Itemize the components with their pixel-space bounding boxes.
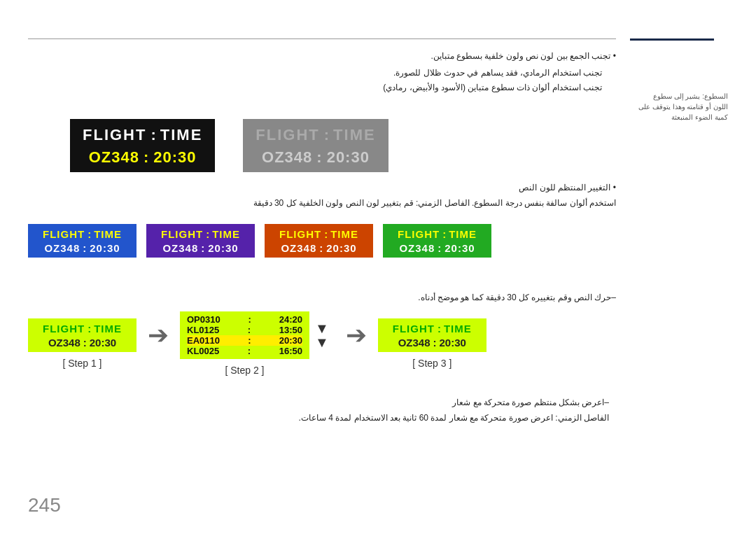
step2-row1: KL0125 : 13:50 [187,325,302,335]
vpanel-orange-t1: FLIGHT [279,228,321,240]
step1-label: [ Step 1 ] [62,358,102,369]
vpanel-green-dc: : [438,242,442,254]
step2-r1-time: 13:50 [279,325,302,335]
step1-dc: : [83,337,87,349]
vpanel-orange-dc: : [319,242,323,254]
step1-d2: 20:30 [90,337,116,349]
panel-gray-data-row: OZ348 : 20:30 [255,148,375,167]
double-arrow-icon: ▼ ▼ [309,321,335,366]
step2-r1-flight: KL0125 [187,325,219,335]
step3-data-row: OZ348 : 20:30 [388,337,477,349]
panel-black-title1: FLIGHT [83,126,146,144]
step3-t1: FLIGHT [393,323,435,335]
arabic-mid-bullet: • التغيير المنتظم للون النص [28,181,616,196]
vpanel-purple-d1: OZ348 [162,242,198,254]
step1-title-row: FLIGHT : TIME [38,323,127,335]
step1-data-row: OZ348 : 20:30 [38,337,127,349]
step1-colon: : [88,323,91,335]
vpanel-green-t2: TIME [449,228,477,240]
step2-label: [ Step 2 ] [225,365,264,376]
step2-r3-c: : [248,346,251,356]
panel-gray-title1: FLIGHT [255,126,319,144]
step2-r1-c: : [248,325,251,335]
step3-title-row: FLIGHT : TIME [388,323,477,335]
panel-gray-data-colon: : [316,148,322,167]
vpanel-purple-dc: : [201,242,205,254]
vpanel-orange-title: FLIGHT : TIME [273,228,365,240]
step2-row3: KL0025 : 16:50 [187,346,302,356]
step1-t2: TIME [94,323,122,335]
step1-panel: FLIGHT : TIME OZ348 : 20:30 [28,318,136,352]
step3-d1: OZ348 [398,337,430,349]
arabic-bottom-section: –اعرض بشكل منتظم صورة متحركة مع شعار الف… [28,395,616,426]
step2-block: OP0310 : 24:20 KL0125 : 13:50 EA0110 : 2… [180,311,309,376]
vpanel-green-d1: OZ348 [399,242,435,254]
vpanel-blue-d2: 20:30 [90,242,120,254]
vpanel-blue-title: FLIGHT : TIME [36,228,128,240]
arabic-mid-dash2: الفاصل الزمني: قم بتغيير لون النص ولون ا… [253,198,470,208]
top-divider [28,38,616,39]
arabic-mid-dash1: استخدم ألوان سالفة بنفس درجة السطوع. [472,198,616,208]
vpanel-blue-t1: FLIGHT [43,228,85,240]
step3-d2: 20:30 [440,337,466,349]
vpanel-green-d2: 20:30 [444,242,475,254]
panel-black-data-row: OZ348 : 20:30 [83,148,202,167]
step3-t2: TIME [444,323,472,335]
step2-r3-flight: KL0025 [187,346,219,356]
step2-r0-c: : [248,314,251,325]
panel-gray-data2: 20:30 [327,148,370,167]
step3-panel: FLIGHT : TIME OZ348 : 20:30 [378,318,486,352]
arabic-bottom-dash2: الفاصل الزمني: اعرض صورة متحركة مع شعار … [28,411,616,426]
step1-block: FLIGHT : TIME OZ348 : 20:30 [ Step 1 ] [28,318,136,369]
step2-row0: OP0310 : 24:20 [187,314,302,325]
step2-r3-time: 16:50 [279,346,302,356]
panel-black-data1: OZ348 [89,148,139,167]
vpanel-blue-t2: TIME [94,228,122,240]
vpanel-orange-d1: OZ348 [281,242,316,254]
vpanel-blue-c: : [88,228,91,240]
vpanel-blue: FLIGHT : TIME OZ348 : 20:30 [28,224,136,258]
step2-row2-highlight: EA0110 : 20:30 [187,335,302,346]
step3-block: FLIGHT : TIME OZ348 : 20:30 [ Step 3 ] [378,318,486,369]
panel-gray: FLIGHT : TIME OZ348 : 20:30 [243,119,388,172]
panel-black: FLIGHT : TIME OZ348 : 20:30 [70,119,215,172]
panel-gray-title-row: FLIGHT : TIME [255,126,375,144]
vpanel-purple-data: OZ348 : 20:30 [155,242,246,254]
vpanel-purple-title: FLIGHT : TIME [155,228,246,240]
step3-dc: : [433,337,437,349]
vpanel-orange-data: OZ348 : 20:30 [273,242,365,254]
dash-item-2: تجنب استخدام ألوان ذات سطوع متباين (الأس… [28,80,616,94]
main-panels: FLIGHT : TIME OZ348 : 20:30 FLIGHT : TIM… [70,119,388,172]
vpanel-orange-d2: 20:30 [326,242,356,254]
vpanel-orange-c: : [324,228,328,240]
vpanel-green-t1: FLIGHT [398,228,440,240]
arrow2-icon: ➔ [335,321,378,367]
vpanel-green: FLIGHT : TIME OZ348 : 20:30 [383,224,491,258]
vpanel-blue-d1: OZ348 [44,242,80,254]
panel-black-title-row: FLIGHT : TIME [83,126,202,144]
vpanel-orange-t2: TIME [330,228,358,240]
sidebar-note: السطوع: يشير إلى سطوع اللون أو قتامته وه… [637,91,728,122]
step2-r2-c: : [248,335,251,346]
vpanel-blue-data: OZ348 : 20:30 [36,242,128,254]
steps-row: FLIGHT : TIME OZ348 : 20:30 [ Step 1 ] ➔… [28,311,728,376]
bullet-item-1: • تجنب الجمع بين لون نص ولون خلفية بسطوع… [28,49,616,63]
arabic-bottom-dash1: –اعرض بشكل منتظم صورة متحركة مع شعار [28,395,616,411]
vpanel-purple: FLIGHT : TIME OZ348 : 20:30 [146,224,255,258]
right-accent-line [630,38,714,41]
step3-colon: : [438,323,441,335]
panel-gray-title2: TIME [333,126,376,144]
panel-black-colon: : [150,126,155,144]
panel-black-title2: TIME [160,126,203,144]
vpanel-purple-c: : [206,228,209,240]
vpanel-blue-dc: : [83,242,87,254]
step1-t1: FLIGHT [43,323,85,335]
dash-item-1: تجنب استخدام الرمادي، فقد يساهم في حدوث … [28,66,616,80]
panel-gray-data1: OZ348 [262,148,312,167]
arabic-mid-section: • التغيير المنتظم للون النص استخدم ألوان… [28,181,616,211]
step2-r2-time: 20:30 [279,335,302,346]
page-number: 245 [28,494,61,517]
vpanel-purple-t2: TIME [212,228,240,240]
step3-label: [ Step 3 ] [412,358,451,369]
vpanel-orange: FLIGHT : TIME OZ348 : 20:30 [265,224,373,258]
